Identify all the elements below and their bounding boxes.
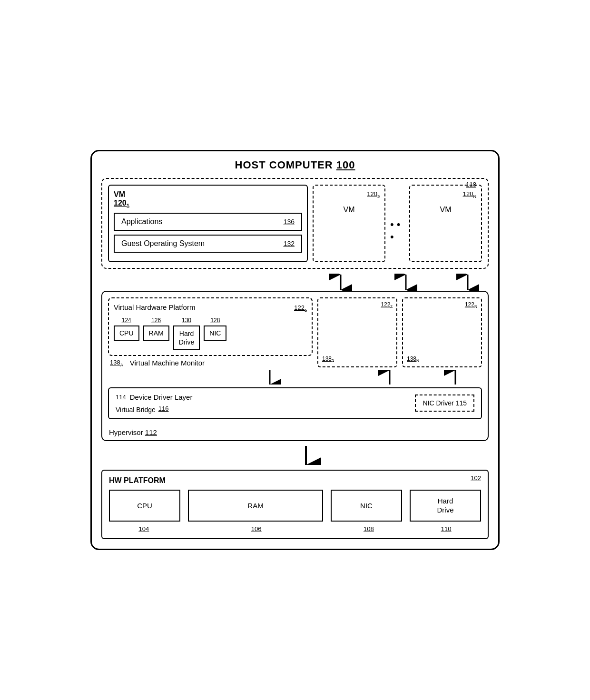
vm2-sub: 2	[377, 194, 380, 199]
vmmn-sub: N	[416, 359, 419, 364]
vhp-nic-ref-text: 128	[210, 317, 220, 324]
vmm2-ref-text: 138	[322, 355, 332, 362]
vm1-ref: 120	[114, 199, 127, 207]
vhp-ram-box: RAM	[143, 325, 169, 341]
vhp-components: 124 CPU 126 RAM 130 HardDrive	[114, 317, 307, 350]
vhpn-ref: 122N	[465, 301, 477, 309]
vhp-hd-ref-text: 130	[182, 317, 191, 324]
vhp-ram-ref: 126	[143, 317, 169, 324]
vmm-ddl-arrow	[108, 370, 482, 385]
nic-driver-box: NIC Driver 115	[415, 394, 474, 412]
vhp2-sub: 2	[390, 304, 393, 309]
vmmn-ref: 138N	[407, 355, 419, 363]
nic-driver-label: NIC Driver	[423, 399, 453, 407]
vm1-box: VM 1201 Applications 136 Guest Operating…	[108, 185, 308, 262]
host-title: HOST COMPUTER 100	[101, 159, 489, 171]
vmm-a-sub: A	[120, 363, 123, 367]
hw-cpu-label: CPU	[137, 502, 152, 510]
hw-cpu: CPU	[109, 490, 180, 522]
vhp-ram-label: RAM	[149, 329, 164, 337]
hw-hd: HardDrive	[410, 490, 481, 522]
vhp-ram-ref-text: 126	[151, 317, 161, 324]
vhp-nic-label: NIC	[209, 329, 221, 337]
ddl-ref: 114	[116, 394, 126, 401]
ddl-label-row: 114 Device Driver Layer	[116, 393, 407, 401]
hw-cpu-ref: 104	[109, 525, 179, 532]
vb-label-text: Virtual Bridge	[116, 406, 156, 414]
vm2-ref-text: 120	[367, 190, 377, 197]
vmn-sub: N	[473, 194, 476, 199]
vhp2-ref-text: 122	[381, 301, 390, 308]
hw-nic-ref: 108	[334, 525, 403, 532]
hw-hd-ref: 110	[411, 525, 481, 532]
hw-hd-ref-text: 110	[441, 525, 452, 532]
vhp-box: Virtual Hardware Platform 1221 124 CPU	[108, 297, 313, 356]
hw-ram: RAM	[188, 490, 323, 522]
host-title-text: HOST COMPUTER	[235, 159, 333, 171]
vb-ref-text: 116	[158, 405, 169, 412]
hw-nic-ref-text: 108	[364, 525, 374, 532]
dots-separator: • • •	[390, 185, 404, 262]
ddl-ref-text: 114	[116, 394, 126, 401]
vhp-cpu-label: CPU	[119, 329, 134, 337]
vhp-cpu-box: CPU	[114, 325, 139, 341]
hw-ram-ref: 106	[187, 525, 326, 532]
ddl-label-text: Device Driver Layer	[130, 393, 193, 401]
vhp-cpu: 124 CPU	[114, 317, 139, 341]
vmm-a-ref: 138A	[110, 359, 123, 367]
vhp-nic-box: NIC	[204, 325, 226, 341]
hypervisor-label: Hypervisor 112	[109, 428, 157, 436]
vm-extras: 118 1202 VM • • • 120N VM	[313, 185, 482, 262]
vhp-title: Virtual Hardware Platform	[114, 303, 195, 311]
vm1-label-text: VM	[114, 190, 125, 198]
hw-platform-ref-text: 102	[471, 474, 481, 482]
hw-ram-label: RAM	[247, 502, 263, 510]
hw-nic: NIC	[331, 490, 402, 522]
vmm-label: Virtual Machine Monitor	[130, 359, 205, 367]
vmmn-ref-text: 138	[407, 355, 416, 362]
vb-label-row: Virtual Bridge 116	[116, 404, 407, 414]
hypervisor-section: Virtual Hardware Platform 1221 124 CPU	[101, 291, 489, 441]
applications-box: Applications 136	[114, 213, 302, 231]
vmn-box: 120N VM	[409, 185, 482, 262]
vhp-ram: 126 RAM	[143, 317, 169, 341]
vmn-ref-text: 120	[463, 190, 473, 197]
vhp-cpu-ref: 124	[114, 317, 139, 324]
vm-section: VM 1201 Applications 136 Guest Operating…	[101, 178, 489, 268]
vhp-vmm-group: Virtual Hardware Platform 1221 124 CPU	[108, 297, 313, 367]
vhp-sub: 1	[305, 308, 307, 313]
gos-box: Guest Operating System 132	[114, 235, 302, 253]
vhp-ref-text: 122	[294, 304, 305, 311]
vhp-hd-ref: 130	[173, 317, 200, 324]
vmm2-box: 1222 1382	[317, 297, 397, 367]
vm2-label: VM	[344, 206, 355, 214]
ddl-section: 114 Device Driver Layer Virtual Bridge 1…	[108, 387, 482, 419]
hw-cpu-ref-text: 104	[139, 525, 149, 532]
vmm-row: Virtual Hardware Platform 1221 124 CPU	[108, 297, 482, 367]
vhp-hd: 130 HardDrive	[173, 317, 200, 350]
vm-hypervisor-arrows	[101, 274, 489, 291]
vhpn-ref-text: 122	[465, 301, 474, 308]
vm2-box: 1202 VM	[313, 185, 385, 262]
vmm2-ref: 1382	[322, 355, 334, 363]
nic-driver-ref: 115	[456, 399, 467, 407]
ddl-text-group: 114 Device Driver Layer Virtual Bridge 1…	[116, 393, 407, 414]
hw-platform: HW PLATFORM 102 CPU RAM NIC HardDrive 10…	[101, 470, 489, 539]
hw-platform-title: HW PLATFORM	[109, 476, 481, 485]
vhp-nic: 128 NIC	[204, 317, 226, 341]
hw-nic-label: NIC	[360, 502, 373, 510]
vmm-a-ref-text: 138	[110, 359, 120, 366]
vmmn-box: 122N 138N	[402, 297, 482, 367]
gos-ref: 132	[284, 240, 295, 247]
gos-label: Guest Operating System	[121, 239, 205, 248]
vmm2-sub: 2	[332, 359, 334, 364]
diagram-wrapper: HOST COMPUTER 100 VM 1201 Applications 1…	[81, 140, 509, 559]
vmn-ref: 120N	[463, 190, 476, 199]
vhp-ref: 1221	[294, 304, 307, 313]
vmn-label: VM	[440, 206, 452, 214]
hypervisor-label-text: Hypervisor	[109, 428, 143, 436]
hypervisor-ref: 112	[145, 428, 157, 436]
ddl-hw-arrow	[101, 446, 489, 465]
hw-labels: 104 106 108 110	[109, 525, 481, 532]
host-title-ref: 100	[336, 159, 355, 171]
